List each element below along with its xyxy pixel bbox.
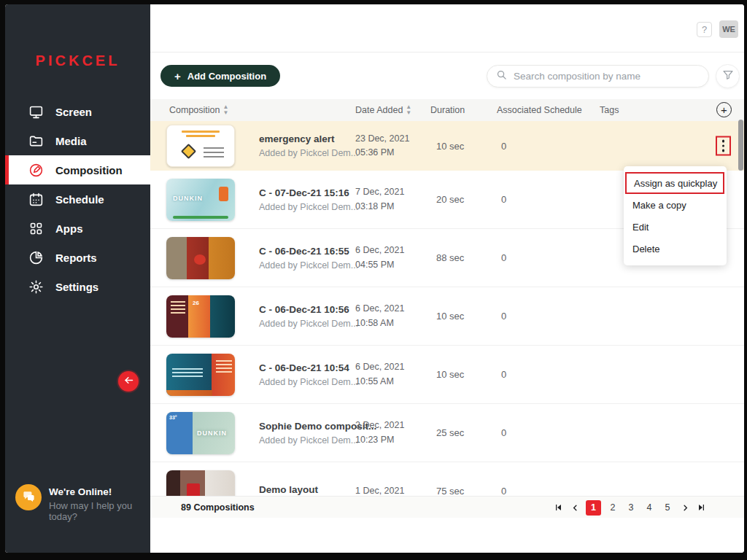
- date-added-cell: 23 Dec, 202105:36 PM: [355, 132, 430, 160]
- duration-cell: 88 sec: [430, 252, 497, 263]
- compositions-count: 89 Compositions: [181, 502, 255, 513]
- sidebar-item-schedule[interactable]: Schedule: [5, 184, 150, 214]
- sidebar-item-screen[interactable]: Screen: [5, 97, 150, 126]
- chat-widget[interactable]: We're Online! How may I help you today?: [15, 484, 150, 522]
- date-added-cell: 1 Dec, 2021: [355, 484, 430, 496]
- duration-cell: 20 sec: [430, 194, 497, 205]
- sort-icon: ▲▼: [406, 104, 411, 116]
- composition-thumbnail: 33° DUNKIN: [166, 412, 235, 454]
- composition-title: C - 06-Dec-21 16:55: [259, 246, 358, 257]
- add-column-button[interactable]: +: [716, 102, 732, 117]
- table-row[interactable]: emergency alert Added by Pickcel Dem... …: [150, 121, 744, 171]
- plus-icon: +: [174, 70, 181, 82]
- duration-cell: 10 sec: [430, 311, 497, 322]
- pagination-last-button[interactable]: [696, 502, 708, 513]
- pencil-icon: [28, 162, 44, 178]
- table-row[interactable]: C - 06-Dec-21 10:54 Added by Pickcel Dem…: [150, 346, 744, 404]
- pagination-page-2[interactable]: 2: [606, 500, 619, 515]
- table-row[interactable]: 26 C - 06-Dec-21 10:56 Added by Pickcel …: [150, 287, 744, 346]
- filter-button[interactable]: [716, 64, 740, 88]
- search-icon: [496, 69, 507, 83]
- chat-launcher-button[interactable]: [15, 484, 42, 510]
- pagination-page-1[interactable]: 1: [586, 500, 601, 516]
- column-label: Date Added: [355, 105, 403, 115]
- app-window: PICKCEL Screen Media Composition: [5, 4, 744, 553]
- toolbar: + Add Composition: [150, 52, 744, 99]
- apps-grid-icon: [28, 220, 44, 236]
- row-context-menu: Assign as quickplay Make a copy Edit Del…: [624, 166, 727, 265]
- chat-status-title: We're Online!: [49, 486, 150, 497]
- chat-bubbles-icon: [22, 489, 36, 506]
- composition-subtitle: Added by Pickcel Dem...: [259, 319, 358, 329]
- search-input[interactable]: [514, 71, 700, 82]
- column-header-composition[interactable]: Composition ▲▼: [150, 104, 355, 116]
- sidebar-item-label: Composition: [55, 164, 123, 176]
- composition-subtitle: Added by Pickcel Dem...: [259, 148, 358, 158]
- sidebar-item-label: Settings: [55, 281, 98, 293]
- search-bar[interactable]: [487, 65, 709, 88]
- sidebar-item-label: Media: [55, 135, 87, 147]
- column-header-date-added[interactable]: Date Added ▲▼: [355, 104, 430, 116]
- sort-icon: ▲▼: [222, 104, 228, 116]
- table-row[interactable]: Demo layout 1 Dec, 2021 75 sec 0: [150, 462, 744, 496]
- pagination-first-button[interactable]: [552, 502, 564, 513]
- sidebar-collapse-button[interactable]: [118, 371, 139, 392]
- column-header-duration: Duration: [430, 105, 497, 115]
- composition-cell: Demo layout: [150, 470, 355, 497]
- sidebar-item-composition[interactable]: Composition: [5, 155, 150, 184]
- composition-thumbnail: [166, 470, 235, 497]
- table-row[interactable]: 33° DUNKIN Sophie Demo composit... Added…: [150, 404, 744, 462]
- scrollbar-thumb[interactable]: [738, 120, 743, 171]
- sidebar-item-reports[interactable]: Reports: [5, 243, 150, 272]
- main-content: ? WE + Add Composition Compositi: [150, 4, 744, 553]
- menu-item-make-a-copy[interactable]: Make a copy: [624, 194, 727, 216]
- table-footer: 89 Compositions 1 2 3 4 5: [150, 496, 744, 518]
- pagination-next-button[interactable]: [679, 502, 691, 513]
- duration-cell: 75 sec: [430, 486, 497, 496]
- column-label: Composition: [169, 105, 220, 115]
- column-header-associated-schedule: Associated Schedule: [497, 105, 600, 115]
- composition-title: emergency alert: [259, 133, 358, 144]
- sidebar: PICKCEL Screen Media Composition: [5, 4, 150, 553]
- composition-cell: C - 06-Dec-21 16:55 Added by Pickcel Dem…: [150, 237, 355, 279]
- column-label: Associated Schedule: [497, 105, 582, 115]
- composition-thumbnail: 26: [166, 295, 235, 338]
- sidebar-item-label: Apps: [55, 222, 83, 235]
- pagination-page-5[interactable]: 5: [661, 500, 674, 515]
- add-composition-button[interactable]: + Add Composition: [160, 65, 280, 87]
- sidebar-item-settings[interactable]: Settings: [5, 272, 150, 301]
- composition-title: C - 06-Dec-21 10:56: [259, 304, 358, 315]
- associated-schedule-cell: 0: [497, 369, 600, 380]
- menu-item-delete[interactable]: Delete: [624, 238, 727, 260]
- row-kebab-menu-button[interactable]: [716, 136, 731, 156]
- composition-title: C - 07-Dec-21 15:16: [259, 187, 358, 198]
- calendar-icon: [28, 191, 44, 207]
- associated-schedule-cell: 0: [497, 252, 600, 263]
- duration-cell: 10 sec: [430, 141, 497, 152]
- sidebar-item-label: Schedule: [55, 193, 104, 206]
- help-button[interactable]: ?: [697, 22, 712, 37]
- composition-subtitle: Added by Pickcel Dem...: [259, 260, 358, 271]
- sidebar-item-apps[interactable]: Apps: [5, 214, 150, 243]
- menu-item-edit[interactable]: Edit: [624, 216, 727, 238]
- pagination-page-3[interactable]: 3: [624, 500, 638, 515]
- screenshot-frame: PICKCEL Screen Media Composition: [0, 0, 747, 560]
- pickcel-logo: PICKCEL: [5, 52, 150, 69]
- top-header: ? WE: [150, 4, 744, 52]
- user-avatar[interactable]: WE: [719, 20, 738, 38]
- folder-icon: [28, 133, 44, 149]
- gear-icon: [28, 279, 44, 295]
- warning-diamond-icon: [181, 144, 196, 159]
- menu-item-assign-as-quickplay[interactable]: Assign as quickplay: [625, 172, 724, 194]
- monitor-icon: [28, 104, 44, 120]
- funnel-icon: [722, 69, 734, 84]
- pagination-prev-button[interactable]: [569, 502, 581, 513]
- composition-cell: 26 C - 06-Dec-21 10:56 Added by Pickcel …: [150, 295, 355, 338]
- composition-cell: 33° DUNKIN Sophie Demo composit... Added…: [150, 412, 355, 454]
- duration-cell: 10 sec: [430, 369, 497, 380]
- sidebar-item-media[interactable]: Media: [5, 126, 150, 155]
- pagination: 1 2 3 4 5: [552, 497, 708, 518]
- date-added-cell: 6 Dec, 202110:55 AM: [355, 360, 430, 389]
- associated-schedule-cell: 0: [497, 194, 600, 205]
- pagination-page-4[interactable]: 4: [643, 500, 656, 515]
